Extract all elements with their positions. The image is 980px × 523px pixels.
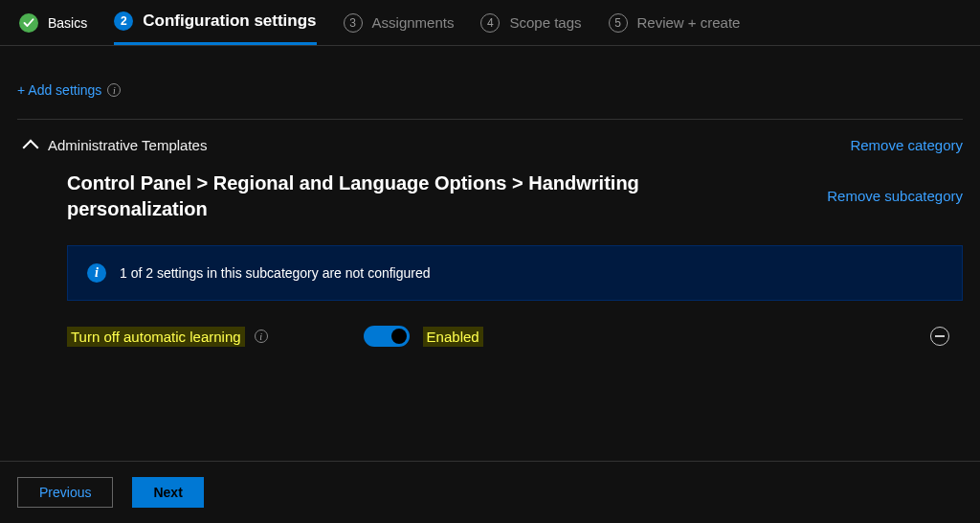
step-number-icon: 4 [480,13,500,33]
tab-review-create[interactable]: 5 Review + create [609,0,741,45]
minus-icon [935,335,945,337]
subcategory-header: Control Panel > Regional and Language Op… [17,167,963,232]
subcategory-title: Control Panel > Regional and Language Op… [67,171,660,222]
info-icon: i [87,263,106,283]
chevron-up-icon[interactable] [23,139,39,155]
setting-row: Turn off automatic learning i Enabled [17,318,963,356]
wizard-tabs: Basics 2 Configuration settings 3 Assign… [0,0,980,46]
remove-setting-button[interactable] [930,327,949,346]
next-button[interactable]: Next [132,477,203,508]
step-number-icon: 5 [609,13,628,33]
check-icon [19,13,38,33]
footer: Previous Next [0,461,980,523]
banner-text: 1 of 2 settings in this subcategory are … [120,265,431,281]
add-settings-text: + Add settings [17,82,101,98]
setting-label: Turn off automatic learning [67,327,245,347]
tab-scope-tags[interactable]: 4 Scope tags [480,0,581,45]
content-area: + Add settings i Administrative Template… [0,46,980,356]
info-icon[interactable]: i [255,330,268,343]
previous-button[interactable]: Previous [17,477,113,508]
add-settings-link[interactable]: + Add settings i [17,82,121,98]
toggle-switch[interactable] [364,326,410,347]
category-title: Administrative Templates [48,137,207,153]
tab-label: Scope tags [509,14,581,31]
remove-category-link[interactable]: Remove category [850,137,963,153]
tab-configuration-settings[interactable]: 2 Configuration settings [114,0,316,45]
tab-assignments[interactable]: 3 Assignments [344,0,455,45]
info-banner: i 1 of 2 settings in this subcategory ar… [67,245,963,301]
toggle-state-text: Enabled [423,327,483,347]
remove-subcategory-link[interactable]: Remove subcategory [827,188,963,204]
tab-label: Basics [48,15,87,31]
toggle-knob [391,329,407,344]
tab-label: Review + create [637,14,741,31]
tab-label: Configuration settings [143,11,316,31]
divider [17,119,963,120]
step-number-icon: 2 [114,11,133,31]
info-icon[interactable]: i [107,83,121,97]
step-number-icon: 3 [344,13,363,33]
tab-basics[interactable]: Basics [19,0,87,45]
category-header: Administrative Templates Remove category [17,131,963,167]
tab-label: Assignments [372,14,455,31]
